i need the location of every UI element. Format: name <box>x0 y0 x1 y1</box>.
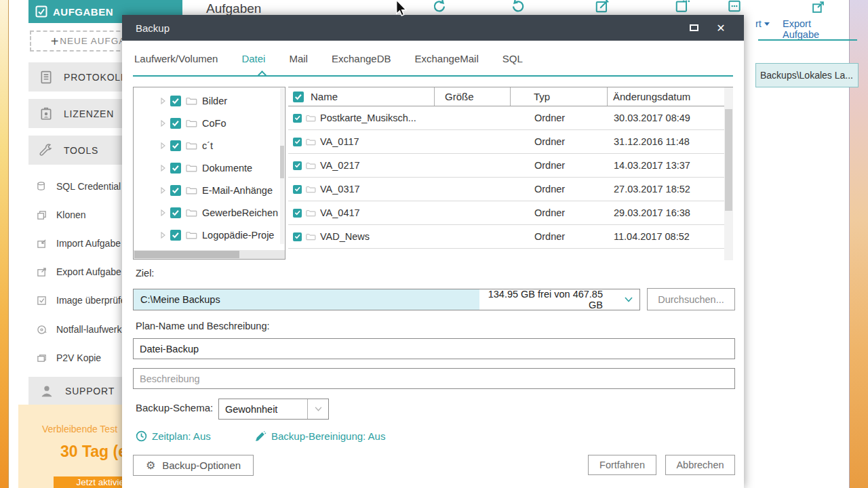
tree-item-bilder[interactable]: Bilder <box>134 89 285 112</box>
checkbox-checked-icon[interactable] <box>170 207 181 218</box>
checkbox-checked-icon[interactable] <box>293 232 302 241</box>
file-type: Ordner <box>510 160 607 171</box>
file-name: VAD_News <box>320 231 370 242</box>
tree-item-cofo[interactable]: CoFo <box>134 112 285 134</box>
tree-item-label: GewerbeReichen <box>202 207 278 218</box>
dialog-titlebar[interactable]: Backup ✕ <box>122 15 744 41</box>
table-vertical-scrollbar[interactable] <box>724 87 733 260</box>
tree-item-gewerbereichen[interactable]: GewerbeReichen <box>134 201 285 224</box>
checkbox-checked-icon[interactable] <box>170 118 181 129</box>
selected-backup-path[interactable]: Backups\Lokales La... <box>755 63 859 87</box>
tree-item-email-anhaenge[interactable]: E-Mail-Anhänge <box>134 179 285 201</box>
checkbox-checked-icon[interactable] <box>293 114 302 123</box>
tree-vertical-scrollbar[interactable] <box>280 88 284 244</box>
folder-icon <box>186 96 197 105</box>
edit-icon[interactable] <box>595 0 610 14</box>
checkbox-checked-icon[interactable] <box>170 230 181 241</box>
folder-icon <box>306 232 316 241</box>
cancel-button[interactable]: Abbrechen <box>665 455 735 475</box>
expand-arrow-icon[interactable] <box>161 98 165 104</box>
column-header-name[interactable]: Name <box>311 91 338 102</box>
scrollbar-thumb[interactable] <box>725 109 732 211</box>
plan-name-input[interactable] <box>133 338 735 359</box>
expand-arrow-icon[interactable] <box>161 120 165 127</box>
close-button[interactable]: ✕ <box>711 18 731 37</box>
undo-icon[interactable] <box>511 0 526 14</box>
expand-arrow-icon[interactable] <box>161 209 165 216</box>
folder-icon <box>306 161 316 169</box>
tab-laufwerk-volumen[interactable]: Laufwerk/Volumen <box>134 53 218 64</box>
file-date: 11.04.2017 08:52 <box>607 231 724 242</box>
tab-exchangedb[interactable]: ExchangeDB <box>332 53 391 64</box>
folder-icon <box>186 119 197 127</box>
column-header-groesse[interactable]: Größe <box>434 87 510 106</box>
export-task-button[interactable]: Export Aufgabe <box>783 18 849 40</box>
target-path[interactable]: C:\Meine Backups <box>134 289 479 310</box>
checkbox-checked-icon[interactable] <box>293 138 302 146</box>
checkbox-checked-icon[interactable] <box>293 209 302 218</box>
free-space-text: 134.95 GB frei von 467.85 GB <box>479 289 639 310</box>
table-row[interactable]: VAD_News Ordner 11.04.2017 08:52 <box>288 225 724 249</box>
maximize-button[interactable] <box>684 18 704 37</box>
export-task-icon[interactable] <box>812 1 827 16</box>
chevron-down-icon[interactable] <box>625 297 633 302</box>
checkbox-checked-icon[interactable] <box>170 140 181 151</box>
column-header-typ[interactable]: Typ <box>510 87 607 106</box>
column-header-aenderungsdatum[interactable]: Änderungsdatum <box>607 87 724 106</box>
select-all-checkbox[interactable] <box>293 92 304 102</box>
table-row[interactable]: VA_0217 Ordner 14.03.2017 13:37 <box>288 154 724 178</box>
tab-datei[interactable]: Datei <box>241 53 265 64</box>
trial-days-count: 30 Tag (e) <box>60 443 132 461</box>
cleanup-link[interactable]: Backup-Bereinigung: Aus <box>254 430 385 442</box>
tree-item-ct[interactable]: c´t <box>134 134 285 157</box>
table-row[interactable]: VA_0117 Ordner 31.12.2016 11:48 <box>288 130 724 154</box>
tree-item-label: CoFo <box>202 118 226 129</box>
table-row[interactable]: Postkarte_Musiksch... Ordner 30.03.2017 … <box>288 106 724 130</box>
table-row[interactable]: VA_0417 Ordner 29.03.2017 16:38 <box>288 201 724 225</box>
tab-sql[interactable]: SQL <box>502 53 523 64</box>
backup-options-label: Backup-Optionen <box>162 460 241 471</box>
tree-horizontal-scrollbar[interactable] <box>134 250 285 259</box>
task-dots-icon[interactable] <box>675 0 690 14</box>
tree-item-logopaedie[interactable]: Logopädie-Proje <box>134 224 285 246</box>
tree-item-dokumente[interactable]: Dokumente <box>134 157 285 179</box>
expand-arrow-icon[interactable] <box>161 232 165 239</box>
description-input[interactable] <box>133 368 735 389</box>
folder-tree: Bilder CoFo c´t Dokumente <box>133 87 285 260</box>
wrench-icon <box>39 144 53 157</box>
checkbox-checked-icon[interactable] <box>170 163 181 174</box>
dropdown-button[interactable] <box>307 399 328 419</box>
scrollbar-thumb[interactable] <box>280 146 284 178</box>
schema-label: Backup-Schema: <box>136 402 213 413</box>
tab-mail[interactable]: Mail <box>289 53 308 64</box>
target-combo[interactable]: C:\Meine Backups 134.95 GB frei von 467.… <box>133 289 640 310</box>
folder-icon <box>306 185 316 193</box>
redo-icon[interactable] <box>432 0 447 14</box>
browse-button[interactable]: Durchsuchen... <box>647 288 735 310</box>
checkbox-checked-icon[interactable] <box>293 185 302 194</box>
partial-dropdown-button[interactable]: rt <box>755 18 770 29</box>
backup-options-button[interactable]: ⚙ Backup-Optionen <box>133 455 254 476</box>
schema-dropdown[interactable]: Gewohnheit <box>218 399 329 420</box>
import-icon <box>37 239 47 249</box>
checkbox-checked-icon[interactable] <box>170 96 181 106</box>
expand-arrow-icon[interactable] <box>161 165 165 171</box>
scrollbar-thumb[interactable] <box>134 251 239 258</box>
document-icon <box>39 70 53 84</box>
schedule-link[interactable]: Zeitplan: Aus <box>136 430 211 442</box>
sidebar-item-label: SUPPORT <box>65 386 115 396</box>
folder-icon <box>186 230 197 239</box>
more-dots-icon[interactable] <box>727 0 742 14</box>
expand-arrow-icon[interactable] <box>161 187 165 194</box>
tab-exchangemail[interactable]: ExchangeMail <box>415 53 479 64</box>
cleanup-link-label: Backup-Bereinigung: Aus <box>271 430 385 442</box>
table-row[interactable]: VA_0317 Ordner 27.03.2017 18:52 <box>288 178 724 201</box>
checkbox-checked-icon[interactable] <box>293 161 302 170</box>
file-name: VA_0117 <box>320 136 359 147</box>
schema-value: Gewohnheit <box>219 404 307 415</box>
continue-button[interactable]: Fortfahren <box>588 455 656 475</box>
checkbox-checked-icon[interactable] <box>170 185 181 196</box>
sidebar-item-label: P2V Kopie <box>56 352 101 363</box>
expand-arrow-icon[interactable] <box>161 142 165 149</box>
sidebar-item-label: SQL Credential M <box>56 181 132 192</box>
